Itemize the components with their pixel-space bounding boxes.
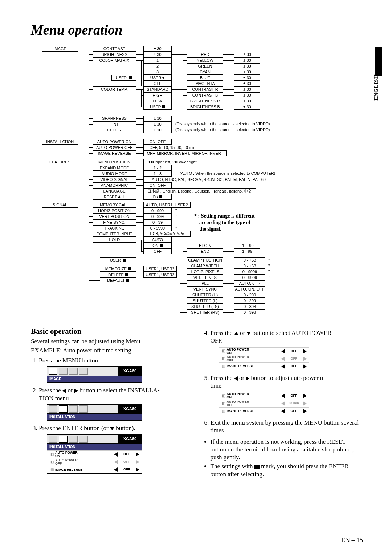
tree-rb-5: VERT. SYNC [187, 286, 223, 292]
bullet-2: The settings with mark, you should press… [211, 462, 363, 478]
tree-rb-1-v: 0 - +63 [234, 263, 265, 269]
tree-apon: AUTO POWER ON [93, 139, 136, 145]
tree-ct-high: HIGH [143, 92, 172, 98]
tree-contrast-val: ± 30 [143, 46, 172, 52]
tree-rb-1-ast: * [268, 264, 270, 268]
tree-vpos: VERT.POSITION [93, 214, 136, 219]
tree-end-v: 1 - 99 [234, 248, 260, 254]
ast-2: * [175, 214, 177, 218]
tree-contrastr: CONTRAST R [187, 86, 223, 92]
tree-rb-2: HORIZ. PIXELS [187, 269, 223, 275]
tree-contrast: CONTRAST [93, 46, 136, 52]
tree-memorize: MEMORIZE [100, 266, 136, 272]
tree-contrastb: CONTRAST B [187, 92, 223, 98]
tree-begin: BEGIN [187, 243, 223, 248]
tree-rb-3-ast: * [268, 275, 270, 279]
tree-cm-userv: USER [143, 75, 172, 81]
left-column: Basic operation Several settings can be … [31, 327, 192, 480]
tree-cyan-v: ± 30 [234, 69, 260, 75]
step-4: Press the or button to select AUTO POWER… [211, 329, 363, 370]
tree-installation: INSTALLATION [42, 139, 78, 145]
tree-expand: EXPAND MODE [93, 165, 136, 171]
tree-rb-7-v: 0 - 299 [234, 298, 265, 304]
tree-audio-note: (AUTO : When the source is selected to C… [180, 171, 275, 175]
tree-color-v: ± 10 [143, 127, 172, 133]
tree-cm-3: 3 [143, 69, 172, 75]
tree-mpos-v: 1=Upper left, 2=Lower right [143, 159, 201, 165]
tree-default: DEFAULT [100, 278, 136, 283]
tree-apoff-v: OFF, 5, 10, 15, 30, 60 min [143, 145, 201, 150]
tree-magenta-v: ± 30 [234, 81, 260, 86]
tree-fsync-v: 0 - 39 [143, 219, 172, 225]
step-1: Press the MENU button. XGA60 IMAGE [39, 357, 192, 383]
tree-mpos: MENU POSITION [93, 159, 136, 165]
tree-rb-4: PLL [187, 280, 223, 286]
osd-step5: ◧AUTO POWERONOFF ◧AUTO POWEROFF30 min ▥I… [219, 392, 309, 415]
bullet-1: If the menu operation is not working, pr… [211, 438, 363, 461]
tree-sharp: SHARPNESS [93, 116, 136, 121]
tree-color: COLOR [93, 127, 136, 133]
step-2: Press the or button to select the INSTAL… [39, 386, 192, 421]
right-column: Press the or button to select AUTO POWER… [203, 327, 363, 480]
tree-rb-2-v: 0 - 9999 [234, 269, 265, 275]
osd-step2: XGA60 INSTALLATION [47, 404, 142, 421]
tree-cm-off: OFF [143, 81, 172, 86]
tree-rb-7: SHUTTER (L) [187, 298, 223, 304]
tree-rb-4-v: AUTO, 0 - 7 [234, 280, 265, 286]
tree-delete: DELETE [100, 272, 136, 278]
tree-rb-9: SHUTTER (RS) [187, 309, 223, 315]
tree-hold-on: ON [143, 243, 172, 248]
tree-contrastb-v: ± 30 [234, 92, 260, 98]
language-tab: ENGLISH [373, 74, 379, 101]
step-6: Exit the menu system by pressing the MEN… [211, 419, 363, 434]
step-5: Press the or button to adjust auto power… [211, 374, 363, 416]
tree-apoff: AUTO POWER OFF [93, 145, 136, 150]
tree-rb-0-ast: * [268, 258, 270, 262]
tree-cinput: COMPUTER INPUT [93, 231, 136, 237]
tree-imrev: IMAGE REVERSE [93, 150, 136, 156]
language-tab-mark [375, 47, 382, 76]
osd-step3: XGA60 INSTALLATION ◧AUTO POWERONOFF ◧AUT… [47, 434, 142, 474]
tree-green: GREEN [187, 63, 223, 69]
tree-brightb-v: ± 30 [234, 104, 260, 110]
tree-rb-6: SHUTTER (U) [187, 292, 223, 298]
tree-lang-v: 日本語 , English, Español, Deutsch, Françai… [143, 188, 256, 194]
tree-rb-5-v: AUTO, ON, OFF [234, 286, 265, 292]
tree-lang: LANGUAGE [93, 188, 136, 194]
tree-fsync: FINE SYNC. [93, 219, 136, 225]
tree-hold-off: OFF [143, 248, 172, 254]
tree-cyan: CYAN [187, 69, 223, 75]
basic-example: EXAMPLE: Auto power off time setting [31, 347, 192, 354]
tree-memorize-v: USER1, USER2 [143, 266, 177, 272]
tree-rb-3: VERT LINES [187, 275, 223, 280]
tree-memcall-v: AUTO, USER1, USER2 [143, 202, 191, 208]
tree-contrastr-v: ± 30 [234, 86, 260, 92]
tree-rb-0: CLAMP POSITION [187, 257, 223, 263]
tree-hpos: HORIZ.POSITION [93, 208, 136, 214]
osd-step4: ◧AUTO POWERONOFF ◧AUTO POWEROFFOFF ▥IMAG… [219, 347, 309, 370]
page-number: EN – 15 [341, 536, 363, 544]
tree-end: END [187, 248, 223, 254]
basic-heading: Basic operation [31, 327, 192, 336]
page-title: Menu operation [31, 22, 363, 39]
tree-ct-std: STANDARD [143, 86, 172, 92]
osd-step1: XGA60 IMAGE [47, 366, 142, 383]
tree-features: FEATURES [42, 159, 78, 165]
tree-blue: BLUE [187, 75, 223, 81]
tree-green-v: ± 30 [234, 63, 260, 69]
tree-rb-2-ast: * [268, 270, 270, 274]
tree-audio: AUDIO MODE [93, 171, 136, 177]
tree-brightr-v: ± 30 [234, 98, 260, 104]
tree-brightb: BRIGHTNESS B [187, 104, 223, 110]
tree-rb-1: CLAMP WIDTH [187, 263, 223, 269]
tree-yellow-v: ± 30 [234, 57, 260, 63]
tree-ana-v: ON, OFF [143, 182, 172, 188]
tree-rb-0-v: 0 - +63 [234, 257, 265, 263]
tree-brightness: BRIGHTNESS [93, 52, 136, 57]
tree-hold: HOLD [93, 237, 136, 243]
tree-rb-8-v: 0 - 398 [234, 304, 265, 309]
step-3: Press the ENTER button (or button). XGA6… [39, 424, 192, 474]
tree-hpos-v: 0 - 999 [143, 208, 172, 214]
tree-ct-user: USER [143, 104, 172, 110]
tree-brightness-val: ± 30 [143, 52, 172, 57]
